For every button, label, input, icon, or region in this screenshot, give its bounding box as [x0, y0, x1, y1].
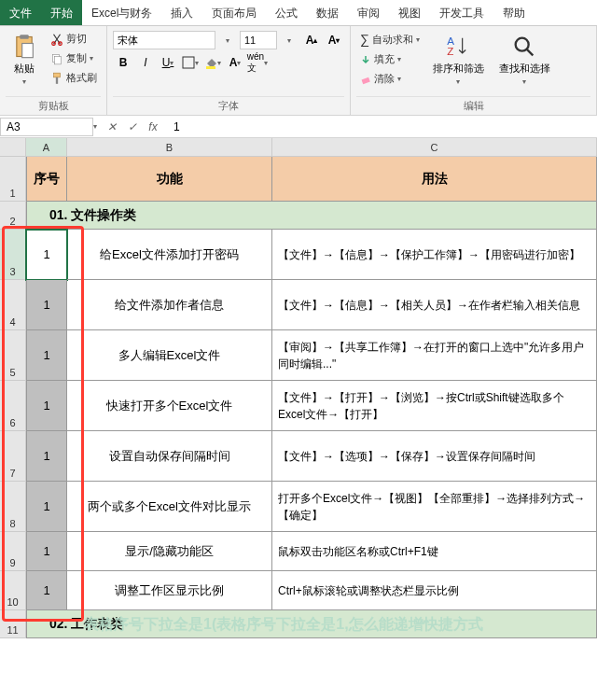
cell-c7[interactable]: 【文件】→【选项】→【保存】→设置保存间隔时间 — [272, 431, 597, 482]
clear-button[interactable]: 清除▾ — [356, 70, 423, 88]
row-header-4[interactable]: 4 — [0, 280, 26, 330]
font-name-input[interactable] — [113, 31, 215, 49]
svg-rect-11 — [362, 77, 370, 83]
clipboard-label: 剪贴板 — [6, 96, 101, 115]
sigma-icon: ∑ — [360, 32, 369, 47]
cell-b1[interactable]: 功能 — [67, 157, 272, 202]
svg-rect-10 — [206, 66, 215, 69]
copy-button[interactable]: 复制▾ — [47, 49, 101, 67]
row-headers: 1 2 3 4 5 6 7 8 9 10 11 — [0, 157, 26, 638]
svg-rect-2 — [22, 44, 34, 58]
cell-b9[interactable]: 显示/隐藏功能区 — [67, 532, 272, 571]
col-header-a[interactable]: A — [26, 138, 67, 156]
name-box[interactable] — [0, 118, 93, 136]
cell-b10[interactable]: 调整工作区显示比例 — [67, 571, 272, 610]
section-1[interactable]: 01. 文件操作类 — [26, 202, 597, 230]
cell-c10[interactable]: Ctrl+鼠标滚轮或调整状态栏显示比例 — [272, 571, 597, 610]
cell-a10[interactable]: 1 — [26, 571, 67, 610]
cell-b6[interactable]: 快速打开多个Excel文件 — [67, 381, 272, 431]
cell-a9[interactable]: 1 — [26, 532, 67, 571]
tab-review[interactable]: 审阅 — [348, 0, 389, 25]
cell-b3[interactable]: 给Excel文件添加打开密码 — [67, 230, 272, 280]
copy-icon — [50, 52, 63, 65]
namebox-dropdown[interactable]: ▾ — [93, 122, 97, 131]
fill-color-button[interactable]: ▾ — [202, 52, 223, 73]
find-select-button[interactable]: 查找和选择▾ — [493, 30, 556, 90]
cell-c1[interactable]: 用法 — [272, 157, 597, 202]
cell-a7[interactable]: 1 — [26, 431, 67, 482]
tab-excel-finance[interactable]: Excel与财务 — [82, 0, 161, 25]
row-header-5[interactable]: 5 — [0, 330, 26, 381]
menu-bar: 文件 开始 Excel与财务 插入 页面布局 公式 数据 审阅 视图 开发工具 … — [0, 0, 597, 26]
svg-rect-1 — [20, 35, 28, 39]
cell-a4[interactable]: 1 — [26, 280, 67, 330]
format-painter-button[interactable]: 格式刷 — [47, 69, 101, 87]
tab-home[interactable]: 开始 — [41, 0, 82, 25]
row-header-1[interactable]: 1 — [0, 157, 26, 202]
row-header-11[interactable]: 11 — [0, 610, 26, 638]
font-color-button[interactable]: A▾ — [225, 52, 245, 73]
tab-file[interactable]: 文件 — [0, 0, 41, 25]
font-name-dropdown[interactable]: ▾ — [217, 30, 238, 50]
row-header-3[interactable]: 3 — [0, 230, 26, 280]
italic-button[interactable]: I — [135, 52, 156, 73]
svg-rect-8 — [56, 77, 58, 83]
formula-bar[interactable]: 1 — [168, 119, 597, 135]
row-header-10[interactable]: 10 — [0, 571, 26, 610]
paste-button[interactable]: 粘贴▾ — [6, 30, 43, 90]
fx-button[interactable]: fx — [144, 118, 162, 136]
fill-button[interactable]: 填充▾ — [356, 50, 423, 68]
svg-rect-7 — [54, 73, 61, 77]
cell-c6[interactable]: 【文件】→【打开】→【浏览】→按Ctrl或Shift键选取多个Excel文件→【… — [272, 381, 597, 431]
sort-filter-button[interactable]: AZ 排序和筛选▾ — [427, 30, 490, 90]
fill-down-icon — [360, 54, 371, 65]
cell-c5[interactable]: 【审阅】→【共享工作簿】→在打开的窗口上选中"允许多用户同时编辑..." — [272, 330, 597, 381]
row-header-9[interactable]: 9 — [0, 532, 26, 571]
underline-button[interactable]: U▾ — [158, 52, 178, 73]
borders-button[interactable]: ▾ — [180, 52, 201, 73]
cut-icon — [50, 33, 63, 46]
cell-c3[interactable]: 【文件】→【信息】→【保护工作簿】→【用密码进行加密】 — [272, 230, 597, 280]
cell-a8[interactable]: 1 — [26, 482, 67, 532]
editing-label: 编辑 — [356, 96, 590, 115]
tab-formulas[interactable]: 公式 — [266, 0, 307, 25]
row-header-8[interactable]: 8 — [0, 482, 26, 532]
row-header-2[interactable]: 2 — [0, 202, 26, 230]
tab-data[interactable]: 数据 — [307, 0, 348, 25]
row-header-6[interactable]: 6 — [0, 381, 26, 431]
accept-formula-button[interactable]: ✓ — [123, 118, 142, 136]
cells-area[interactable]: 序号 功能 用法 01. 文件操作类 1 给Excel文件添加打开密码 【文件】… — [26, 157, 597, 638]
cut-button[interactable]: 剪切 — [47, 30, 101, 48]
column-headers: A B C — [0, 138, 597, 157]
tab-view[interactable]: 视图 — [389, 0, 430, 25]
autosum-button[interactable]: ∑自动求和▾ — [356, 30, 423, 49]
cell-a1[interactable]: 序号 — [26, 157, 67, 202]
bold-button[interactable]: B — [113, 52, 133, 73]
cell-b5[interactable]: 多人编辑Excel文件 — [67, 330, 272, 381]
cell-a6[interactable]: 1 — [26, 381, 67, 431]
cell-c8[interactable]: 打开多个Excel文件→【视图】【全部重排】→选择排列方式→【确定】 — [272, 482, 597, 532]
increase-font-button[interactable]: A▴ — [301, 30, 322, 50]
font-size-input[interactable] — [240, 31, 277, 49]
cell-a5[interactable]: 1 — [26, 330, 67, 381]
select-all-corner[interactable] — [0, 138, 26, 156]
cancel-formula-button[interactable]: ✕ — [103, 118, 121, 136]
tab-help[interactable]: 帮助 — [493, 0, 535, 25]
tab-page-layout[interactable]: 页面布局 — [202, 0, 266, 25]
tab-insert[interactable]: 插入 — [161, 0, 202, 25]
row-header-7[interactable]: 7 — [0, 431, 26, 482]
col-header-c[interactable]: C — [272, 138, 597, 156]
cell-a3[interactable]: 1 — [26, 230, 67, 280]
col-header-b[interactable]: B — [67, 138, 272, 156]
cell-b4[interactable]: 给文件添加作者信息 — [67, 280, 272, 330]
cell-b8[interactable]: 两个或多个Excel文件对比显示 — [67, 482, 272, 532]
font-label: 字体 — [113, 96, 344, 115]
cell-c9[interactable]: 鼠标双击功能区名称或Ctrl+F1键 — [272, 532, 597, 571]
cell-b7[interactable]: 设置自动保存间隔时间 — [67, 431, 272, 482]
font-size-dropdown[interactable]: ▾ — [279, 30, 299, 50]
cell-c4[interactable]: 【文件】→【信息】→【相关人员】→在作者栏输入相关信息 — [272, 280, 597, 330]
decrease-font-button[interactable]: A▾ — [324, 30, 344, 50]
phonetic-button[interactable]: wén文▾ — [247, 52, 268, 73]
sort-icon: AZ — [445, 34, 471, 60]
tab-developer[interactable]: 开发工具 — [430, 0, 493, 25]
